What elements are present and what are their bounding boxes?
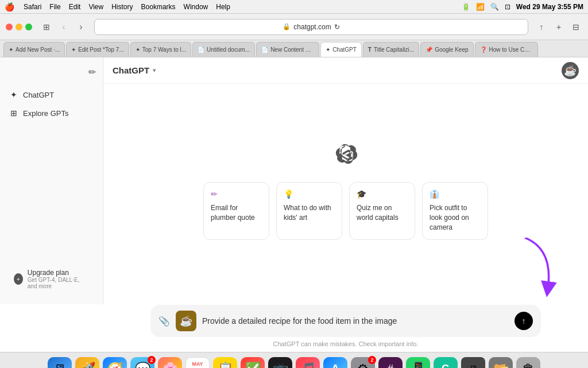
tab-favicon: ✦ xyxy=(9,47,13,53)
menubar-history[interactable]: History xyxy=(111,3,133,11)
dock-reminders[interactable]: ✅ xyxy=(241,357,265,369)
tab-top7[interactable]: ✦ Top 7 Ways to l... xyxy=(130,42,191,57)
menubar-window[interactable]: Window xyxy=(184,3,208,11)
sysprefs-icon: ⚙ xyxy=(357,362,369,369)
message-input[interactable] xyxy=(202,316,509,326)
tab-label: Untitled docum... xyxy=(207,47,250,53)
address-bar[interactable]: 🔒 chatgpt.com ↻ xyxy=(94,19,528,35)
sidebar-header: ✏ xyxy=(5,64,98,80)
tab-add-new-post[interactable]: ✦ Add New Post ·... xyxy=(3,42,65,57)
forward-button[interactable]: › xyxy=(75,21,87,33)
suggestion-card-quiz[interactable]: 🎓 Quiz me on world capitals xyxy=(349,182,415,239)
menubar-right: 🔋 📶 🔍 ⊡ Wed 29 May 3:55 PM xyxy=(462,3,583,11)
sidebar-bottom: + Upgrade plan Get GPT-4, DALL·E, and mo… xyxy=(5,261,98,297)
close-window-button[interactable] xyxy=(6,24,13,30)
app-container: ✏ ✦ ChatGPT ⊞ Explore GPTs + Upgrade pla… xyxy=(0,57,588,352)
dock-appletv[interactable]: 📺 xyxy=(268,357,292,369)
maximize-window-button[interactable] xyxy=(25,24,32,30)
dock-calendar[interactable]: MAY 29 xyxy=(185,357,210,369)
tab-how-to[interactable]: ❓ How to Use Cha... xyxy=(475,42,538,57)
grammarly-icon: G xyxy=(442,363,450,368)
upgrade-subtitle: Get GPT-4, DALL·E, and more xyxy=(28,277,89,289)
url-text: chatgpt.com xyxy=(293,23,331,31)
refresh-icon[interactable]: ↻ xyxy=(334,23,340,31)
send-button[interactable]: ↑ xyxy=(514,312,533,330)
chatgpt-logo xyxy=(334,142,357,165)
upgrade-plan-button[interactable]: + Upgrade plan Get GPT-4, DALL·E, and mo… xyxy=(9,265,94,293)
tab-favicon: ✦ xyxy=(326,47,330,53)
menubar-edit[interactable]: Edit xyxy=(69,3,81,11)
dock-sysprefs[interactable]: ⚙ 2 xyxy=(351,357,375,369)
sidebar-item-explore[interactable]: ⊞ Explore GPTs xyxy=(5,105,98,121)
tab-chatgpt[interactable]: ✦ ChatGPT xyxy=(320,42,362,57)
photos-icon: 🌸 xyxy=(163,362,178,369)
whatsapp-icon: 📱 xyxy=(411,362,426,369)
tab-favicon: 📄 xyxy=(198,47,204,53)
dock-extra1[interactable]: 🖥 xyxy=(461,357,485,369)
suggestion-card-email[interactable]: ✏ Email for plumber quote xyxy=(203,182,269,239)
battery-icon: 🔋 xyxy=(462,3,470,11)
card-text: Pick outfit to look good on camera xyxy=(430,203,481,232)
dock-slack[interactable]: # xyxy=(378,357,403,369)
menubar-safari[interactable]: Safari xyxy=(24,3,41,11)
menubar-help[interactable]: Help xyxy=(216,3,230,11)
card-text: Quiz me on world capitals xyxy=(357,203,408,223)
upgrade-text: Upgrade plan Get GPT-4, DALL·E, and more xyxy=(28,269,89,289)
control-center-icon[interactable]: ⊡ xyxy=(505,3,510,11)
tab-title-cap[interactable]: T Title Capitalizi... xyxy=(363,42,419,57)
new-chat-button[interactable]: ✏ xyxy=(86,64,98,80)
reminders-icon: ✅ xyxy=(245,362,261,369)
sidebar-item-label: ChatGPT xyxy=(23,91,54,99)
suggestion-card-outfit[interactable]: 👔 Pick outfit to look good on camera xyxy=(422,182,488,239)
dock-safari[interactable]: 🧭 xyxy=(103,357,127,369)
menubar-file[interactable]: File xyxy=(49,3,60,11)
dock-trash[interactable]: 🗑 xyxy=(516,357,540,369)
tab-favicon: T xyxy=(368,47,372,53)
user-avatar[interactable]: ☕ xyxy=(562,62,579,79)
tab-edit-post[interactable]: ✦ Edit Post *Top 7... xyxy=(66,42,129,57)
dock-photos[interactable]: 🌸 xyxy=(158,357,182,369)
sidebar-toggle-button[interactable]: ⊞ xyxy=(40,21,53,33)
bulb-icon: 💡 xyxy=(284,189,335,199)
chat-area: ✏ Email for plumber quote 💡 What to do w… xyxy=(103,84,588,298)
image-thumbnail: ☕ xyxy=(176,311,196,331)
dock-launchpad[interactable]: 🚀 xyxy=(75,357,99,369)
menubar-bookmarks[interactable]: Bookmarks xyxy=(141,3,176,11)
tab-untitled-doc[interactable]: 📄 Untitled docum... xyxy=(192,42,255,57)
tab-label: ChatGPT xyxy=(332,47,357,53)
tab-google-keep[interactable]: 📌 Google Keep xyxy=(420,42,473,57)
dock-music[interactable]: 🎵 xyxy=(296,357,320,369)
dock-finder[interactable]: 🖥 xyxy=(48,357,72,369)
tab-grid-button[interactable]: ⊟ xyxy=(570,21,582,33)
tab-new-content[interactable]: 📄 New Content Pl... xyxy=(256,42,319,57)
upgrade-title: Upgrade plan xyxy=(28,269,89,277)
apple-menu[interactable]: 🍎 xyxy=(5,2,14,11)
header-title[interactable]: ChatGPT ▾ xyxy=(113,65,156,75)
dock-messages[interactable]: 💬 2 xyxy=(130,357,154,369)
dock-grammarly[interactable]: G xyxy=(434,357,458,369)
dock-appstore[interactable]: A xyxy=(323,357,347,369)
tab-label: Add New Post ·... xyxy=(16,47,60,53)
sidebar-item-chatgpt[interactable]: ✦ ChatGPT xyxy=(5,87,98,103)
back-button[interactable]: ‹ xyxy=(57,21,70,33)
attach-button[interactable]: 📎 xyxy=(158,316,170,327)
menubar-view[interactable]: View xyxy=(88,3,103,11)
calendar-month: MAY xyxy=(192,361,203,367)
dock-whatsapp[interactable]: 📱 xyxy=(406,357,430,369)
explore-icon: ⊞ xyxy=(10,109,17,118)
tab-favicon: ✦ xyxy=(71,47,76,53)
suggestion-card-kids-art[interactable]: 💡 What to do with kids' art xyxy=(276,182,342,239)
lock-icon: 🔒 xyxy=(283,23,291,30)
input-area: 📎 ☕ ↑ ChatGPT can make mistakes. Check i… xyxy=(103,298,588,352)
dock-extra2[interactable]: 📂 xyxy=(489,357,513,369)
dock-notes[interactable]: 📋 xyxy=(213,357,237,369)
search-icon[interactable]: 🔍 xyxy=(490,3,499,11)
finder-icon: 🖥 xyxy=(53,362,66,369)
new-tab-button[interactable]: + xyxy=(552,21,565,33)
pencil-icon: ✏ xyxy=(211,189,262,199)
chatgpt-icon: ✦ xyxy=(10,90,17,99)
share-button[interactable]: ↑ xyxy=(535,21,548,33)
browser-chrome: ⊞ ‹ › 🔒 chatgpt.com ↻ ↑ + ⊟ xyxy=(0,14,588,40)
tab-favicon: ✦ xyxy=(136,47,140,53)
minimize-window-button[interactable] xyxy=(16,24,22,30)
